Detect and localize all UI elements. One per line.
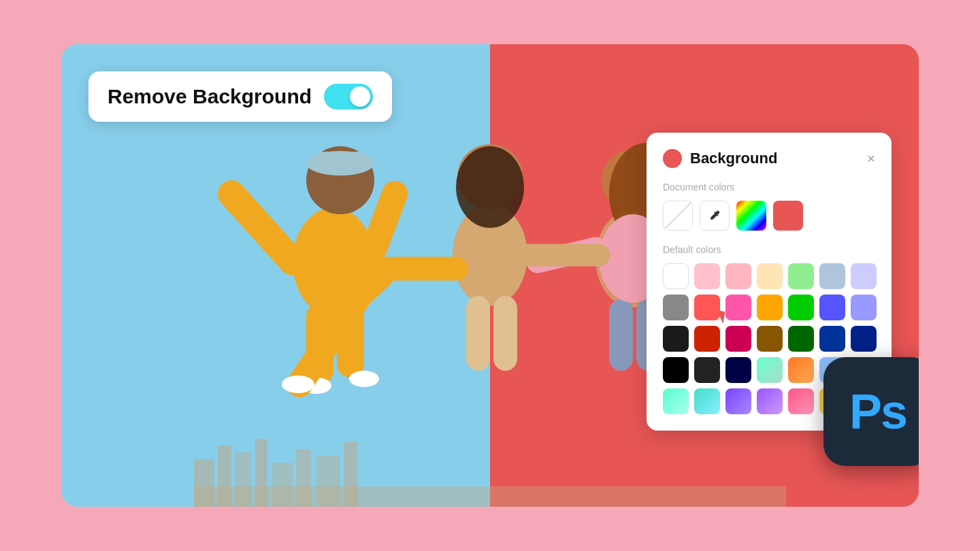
default-colors-label: Default colors [663, 244, 875, 255]
svg-point-22 [456, 146, 524, 228]
toggle-switch[interactable] [324, 84, 373, 110]
svg-line-14 [374, 194, 395, 248]
ps-logo-text: Ps [849, 384, 906, 439]
color-swatch-23[interactable] [725, 357, 751, 383]
color-swatch-19[interactable] [819, 326, 845, 352]
color-swatch-30[interactable] [725, 388, 751, 414]
svg-rect-12 [316, 152, 364, 165]
remove-background-toggle-badge: Remove Background [88, 71, 392, 122]
svg-rect-28 [609, 299, 633, 371]
panel-dot [663, 149, 682, 168]
svg-rect-24 [493, 296, 517, 371]
cursor-pointer-icon [715, 310, 725, 324]
panel-title-group: Background [663, 149, 777, 168]
color-swatch-17[interactable] [757, 326, 783, 352]
color-swatch-9[interactable] [725, 295, 751, 320]
swatch-transparent[interactable] [663, 201, 693, 231]
svg-point-19 [349, 371, 379, 387]
color-swatch-21[interactable] [663, 357, 689, 383]
color-swatch-29[interactable] [694, 388, 720, 414]
color-swatch-20[interactable] [851, 326, 877, 352]
swatch-gradient[interactable] [736, 201, 766, 231]
toggle-label: Remove Background [108, 85, 312, 108]
color-swatch-1[interactable] [694, 263, 720, 289]
color-swatch-4[interactable] [788, 263, 814, 289]
svg-line-13 [231, 194, 293, 262]
color-swatch-8[interactable] [694, 295, 720, 320]
color-swatch-6[interactable] [851, 263, 877, 289]
color-swatch-13[interactable] [851, 295, 877, 320]
document-colors-row [663, 201, 875, 231]
color-swatch-7[interactable] [663, 295, 689, 320]
color-swatch-15[interactable] [694, 326, 720, 352]
color-swatch-28[interactable] [663, 388, 689, 414]
document-colors-label: Document colors [663, 182, 875, 193]
swatch-red[interactable] [773, 201, 803, 231]
color-swatch-18[interactable] [788, 326, 814, 352]
color-swatch-22[interactable] [694, 357, 720, 383]
main-card: Remove Background Background × Document … [61, 44, 919, 507]
swatch-eyedropper[interactable] [700, 201, 730, 231]
color-swatch-11[interactable] [788, 295, 814, 320]
color-swatch-5[interactable] [819, 263, 845, 289]
color-swatch-14[interactable] [663, 326, 689, 352]
color-swatch-31[interactable] [757, 388, 783, 414]
color-swatch-12[interactable] [819, 295, 845, 320]
color-swatch-32[interactable] [788, 388, 814, 414]
color-swatch-0[interactable] [663, 263, 689, 289]
eyedropper-icon [708, 209, 721, 222]
color-swatch-25[interactable] [788, 357, 814, 383]
color-swatch-10[interactable] [757, 295, 783, 320]
color-swatch-2[interactable] [725, 263, 751, 289]
svg-point-36 [282, 375, 314, 393]
color-swatch-16[interactable] [725, 326, 751, 352]
svg-rect-23 [466, 296, 490, 371]
panel-header: Background × [663, 149, 875, 168]
color-swatch-3[interactable] [757, 263, 783, 289]
toggle-knob [350, 86, 370, 107]
close-button[interactable]: × [867, 152, 875, 165]
color-swatch-24[interactable] [757, 357, 783, 383]
panel-title: Background [690, 150, 777, 167]
photoshop-badge: Ps [823, 357, 919, 466]
